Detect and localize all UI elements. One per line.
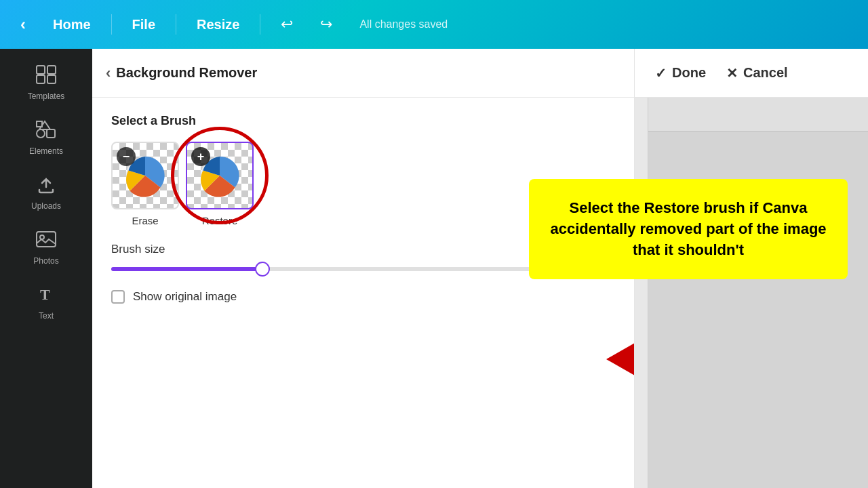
resize-button[interactable]: Resize	[190, 13, 246, 37]
sidebar-item-text[interactable]: T Text	[0, 275, 92, 330]
slider-fill	[111, 267, 262, 271]
canvas-header: ✓ Done ✕ Cancel	[635, 49, 868, 97]
sidebar-item-uploads[interactable]: Uploads	[0, 165, 92, 220]
templates-label: Templates	[28, 92, 65, 101]
callout-text: Select the Restore brush if Canva accide…	[549, 198, 827, 260]
sidebar-item-templates[interactable]: Templates	[0, 56, 92, 110]
file-button[interactable]: File	[125, 13, 162, 37]
uploads-icon	[37, 175, 56, 199]
arrow-svg	[606, 332, 635, 386]
header-separator-3	[260, 14, 260, 35]
svg-rect-3	[47, 75, 56, 83]
elements-label: Elements	[29, 146, 63, 156]
text-icon: T	[37, 285, 56, 308]
text-label: Text	[39, 311, 54, 321]
save-status: All changes saved	[359, 18, 448, 30]
restore-icon: +	[191, 147, 210, 166]
canvas-top-bar	[648, 98, 868, 131]
cancel-x-icon: ✕	[726, 65, 738, 81]
done-button[interactable]: ✓ Done	[655, 65, 706, 81]
header-separator	[111, 14, 112, 35]
erase-brush-item[interactable]: − Erase	[111, 142, 179, 226]
show-original-label: Show original image	[133, 290, 237, 304]
svg-rect-1	[47, 66, 56, 74]
resize-label: Resize	[197, 17, 239, 33]
show-original-row: Show original image	[111, 290, 615, 304]
sidebar-item-elements[interactable]: Elements	[0, 110, 92, 165]
panel-title: Background Remover	[116, 65, 257, 81]
slider-thumb[interactable]	[255, 262, 270, 277]
photos-label: Photos	[33, 256, 58, 266]
svg-rect-6	[37, 232, 56, 247]
svg-text:T: T	[40, 286, 50, 303]
panel-header-row: ‹ Background Remover ✓ Done ✕ Cancel	[92, 49, 868, 98]
main-layout: Templates Elements Uploads	[0, 49, 868, 488]
photos-icon	[36, 230, 56, 253]
restore-label: Restore	[202, 215, 238, 226]
home-button[interactable]: Home	[46, 13, 98, 37]
undo-icon: ↩	[281, 16, 293, 33]
sidebar-item-photos[interactable]: Photos	[0, 220, 92, 275]
left-panel: Select a Brush	[92, 98, 635, 488]
cancel-label: Cancel	[743, 65, 788, 81]
svg-rect-0	[37, 66, 45, 74]
back-arrow-icon: ‹	[20, 15, 26, 34]
elements-icon	[35, 120, 57, 144]
svg-point-7	[40, 235, 44, 239]
redo-icon: ↪	[320, 16, 332, 33]
svg-point-5	[37, 129, 45, 138]
undo-button[interactable]: ↩	[274, 12, 300, 37]
content-row: Select a Brush	[92, 98, 868, 488]
redo-button[interactable]: ↪	[313, 12, 339, 37]
header-separator-2	[176, 14, 176, 35]
callout-box: Select the Restore brush if Canva accide…	[529, 179, 848, 279]
svg-rect-2	[37, 75, 45, 83]
ruler-left: 200 300	[635, 98, 648, 488]
cancel-button[interactable]: ✕ Cancel	[726, 65, 788, 81]
svg-rect-4	[47, 129, 55, 138]
home-label: Home	[53, 17, 91, 33]
restore-brush-item[interactable]: + Restore	[186, 142, 254, 226]
erase-brush-thumb: −	[111, 142, 179, 209]
restore-brush-thumb: +	[186, 142, 254, 209]
panel-back-button[interactable]: ‹ Background Remover	[106, 64, 257, 82]
file-label: File	[132, 17, 155, 33]
sidebar: Templates Elements Uploads	[0, 49, 92, 488]
canvas-surface	[648, 98, 868, 488]
done-label: Done	[672, 65, 706, 81]
erase-label: Erase	[132, 215, 158, 226]
uploads-label: Uploads	[31, 201, 61, 211]
svg-marker-11	[606, 332, 635, 386]
back-button[interactable]: ‹	[14, 11, 33, 38]
panel-header: ‹ Background Remover	[92, 49, 635, 97]
brush-size-label: Brush size	[111, 243, 165, 256]
panel-back-arrow-icon: ‹	[106, 64, 111, 82]
canvas-area[interactable]: 200 300 Select the Restore brush if Canv…	[635, 98, 868, 488]
done-check-icon: ✓	[655, 65, 667, 81]
show-original-checkbox[interactable]	[111, 290, 125, 304]
templates-icon	[36, 65, 56, 89]
top-header: ‹ Home File Resize ↩ ↪ All changes saved	[0, 0, 868, 49]
red-arrow	[606, 332, 635, 389]
erase-icon: −	[117, 147, 136, 166]
brush-section-title: Select a Brush	[111, 114, 615, 128]
